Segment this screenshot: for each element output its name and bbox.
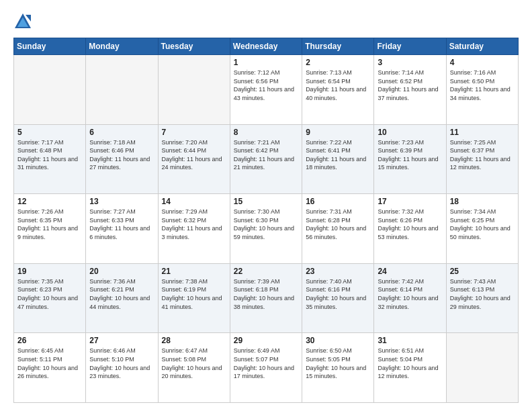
header [13, 12, 519, 31]
calendar-day-header: Tuesday [158, 38, 230, 55]
day-number: 26 [17, 336, 82, 345]
day-info: Sunrise: 7:16 AM Sunset: 6:50 PM Dayligh… [450, 68, 515, 102]
day-number: 25 [450, 267, 515, 276]
calendar-day-header: Friday [374, 38, 446, 55]
logo [13, 12, 35, 31]
day-info: Sunrise: 7:38 AM Sunset: 6:19 PM Dayligh… [162, 277, 226, 311]
calendar-cell [14, 55, 86, 125]
day-number: 16 [306, 197, 370, 206]
day-info: Sunrise: 7:31 AM Sunset: 6:28 PM Dayligh… [306, 208, 370, 241]
day-info: Sunrise: 7:29 AM Sunset: 6:32 PM Dayligh… [162, 208, 226, 241]
calendar-cell: 20Sunrise: 7:36 AM Sunset: 6:21 PM Dayli… [86, 263, 158, 333]
day-info: Sunrise: 7:30 AM Sunset: 6:30 PM Dayligh… [234, 208, 298, 241]
day-info: Sunrise: 6:46 AM Sunset: 5:10 PM Dayligh… [89, 347, 154, 380]
calendar-week-row: 12Sunrise: 7:26 AM Sunset: 6:35 PM Dayli… [14, 194, 519, 264]
calendar-cell: 14Sunrise: 7:29 AM Sunset: 6:32 PM Dayli… [158, 194, 230, 264]
calendar-cell: 4Sunrise: 7:16 AM Sunset: 6:50 PM Daylig… [446, 55, 518, 125]
day-info: Sunrise: 7:12 AM Sunset: 6:56 PM Dayligh… [234, 68, 298, 102]
calendar-cell: 2Sunrise: 7:13 AM Sunset: 6:54 PM Daylig… [302, 55, 374, 125]
calendar-table: SundayMondayTuesdayWednesdayThursdayFrid… [13, 38, 519, 403]
day-number: 3 [378, 58, 442, 67]
day-info: Sunrise: 7:13 AM Sunset: 6:54 PM Dayligh… [306, 68, 370, 102]
calendar-cell: 26Sunrise: 6:45 AM Sunset: 5:11 PM Dayli… [14, 333, 86, 403]
day-info: Sunrise: 7:18 AM Sunset: 6:46 PM Dayligh… [89, 138, 154, 172]
day-number: 1 [234, 58, 298, 67]
calendar-cell: 10Sunrise: 7:23 AM Sunset: 6:39 PM Dayli… [374, 124, 446, 194]
calendar-cell: 9Sunrise: 7:22 AM Sunset: 6:41 PM Daylig… [302, 124, 374, 194]
calendar-cell: 25Sunrise: 7:43 AM Sunset: 6:13 PM Dayli… [446, 263, 518, 333]
calendar-cell: 16Sunrise: 7:31 AM Sunset: 6:28 PM Dayli… [302, 194, 374, 264]
day-number: 8 [234, 128, 298, 137]
day-info: Sunrise: 7:17 AM Sunset: 6:48 PM Dayligh… [17, 138, 82, 172]
calendar-cell: 1Sunrise: 7:12 AM Sunset: 6:56 PM Daylig… [230, 55, 302, 125]
day-info: Sunrise: 6:45 AM Sunset: 5:11 PM Dayligh… [17, 347, 82, 380]
calendar-day-header: Sunday [14, 38, 86, 55]
calendar-cell: 18Sunrise: 7:34 AM Sunset: 6:25 PM Dayli… [446, 194, 518, 264]
day-info: Sunrise: 6:50 AM Sunset: 5:05 PM Dayligh… [306, 347, 370, 380]
calendar-cell: 24Sunrise: 7:42 AM Sunset: 6:14 PM Dayli… [374, 263, 446, 333]
day-number: 9 [306, 128, 370, 137]
calendar-cell: 22Sunrise: 7:39 AM Sunset: 6:18 PM Dayli… [230, 263, 302, 333]
day-info: Sunrise: 7:32 AM Sunset: 6:26 PM Dayligh… [378, 208, 442, 241]
calendar-cell: 15Sunrise: 7:30 AM Sunset: 6:30 PM Dayli… [230, 194, 302, 264]
calendar-day-header: Saturday [446, 38, 518, 55]
day-info: Sunrise: 6:49 AM Sunset: 5:07 PM Dayligh… [234, 347, 298, 380]
day-info: Sunrise: 7:20 AM Sunset: 6:44 PM Dayligh… [162, 138, 226, 172]
day-number: 27 [89, 336, 154, 345]
calendar-week-row: 5Sunrise: 7:17 AM Sunset: 6:48 PM Daylig… [14, 124, 519, 194]
day-number: 15 [234, 197, 298, 206]
calendar-cell [158, 55, 230, 125]
day-info: Sunrise: 7:21 AM Sunset: 6:42 PM Dayligh… [234, 138, 298, 172]
day-number: 2 [306, 58, 370, 67]
logo-icon [13, 12, 32, 31]
day-info: Sunrise: 6:51 AM Sunset: 5:04 PM Dayligh… [378, 347, 442, 380]
day-info: Sunrise: 7:23 AM Sunset: 6:39 PM Dayligh… [378, 138, 442, 172]
day-info: Sunrise: 6:47 AM Sunset: 5:08 PM Dayligh… [162, 347, 226, 380]
day-info: Sunrise: 7:14 AM Sunset: 6:52 PM Dayligh… [378, 68, 442, 102]
calendar-week-row: 26Sunrise: 6:45 AM Sunset: 5:11 PM Dayli… [14, 333, 519, 403]
day-info: Sunrise: 7:36 AM Sunset: 6:21 PM Dayligh… [89, 277, 154, 311]
calendar-cell: 31Sunrise: 6:51 AM Sunset: 5:04 PM Dayli… [374, 333, 446, 403]
day-info: Sunrise: 7:39 AM Sunset: 6:18 PM Dayligh… [234, 277, 298, 311]
day-info: Sunrise: 7:25 AM Sunset: 6:37 PM Dayligh… [450, 138, 515, 172]
day-number: 31 [378, 336, 442, 345]
day-number: 22 [234, 267, 298, 276]
day-number: 23 [306, 267, 370, 276]
day-number: 13 [89, 197, 154, 206]
calendar-cell [86, 55, 158, 125]
calendar-day-header: Thursday [302, 38, 374, 55]
day-number: 18 [450, 197, 515, 206]
day-info: Sunrise: 7:22 AM Sunset: 6:41 PM Dayligh… [306, 138, 370, 172]
calendar-cell: 11Sunrise: 7:25 AM Sunset: 6:37 PM Dayli… [446, 124, 518, 194]
day-number: 30 [306, 336, 370, 345]
day-number: 4 [450, 58, 515, 67]
calendar-cell: 30Sunrise: 6:50 AM Sunset: 5:05 PM Dayli… [302, 333, 374, 403]
day-info: Sunrise: 7:26 AM Sunset: 6:35 PM Dayligh… [17, 208, 82, 241]
day-info: Sunrise: 7:34 AM Sunset: 6:25 PM Dayligh… [450, 208, 515, 241]
day-number: 24 [378, 267, 442, 276]
day-info: Sunrise: 7:35 AM Sunset: 6:23 PM Dayligh… [17, 277, 82, 311]
page: SundayMondayTuesdayWednesdayThursdayFrid… [0, 0, 532, 411]
calendar-cell: 8Sunrise: 7:21 AM Sunset: 6:42 PM Daylig… [230, 124, 302, 194]
day-number: 29 [234, 336, 298, 345]
calendar-cell: 28Sunrise: 6:47 AM Sunset: 5:08 PM Dayli… [158, 333, 230, 403]
day-number: 14 [162, 197, 226, 206]
calendar-cell: 3Sunrise: 7:14 AM Sunset: 6:52 PM Daylig… [374, 55, 446, 125]
calendar-day-header: Wednesday [230, 38, 302, 55]
day-number: 21 [162, 267, 226, 276]
day-number: 28 [162, 336, 226, 345]
day-number: 19 [17, 267, 82, 276]
calendar-week-row: 1Sunrise: 7:12 AM Sunset: 6:56 PM Daylig… [14, 55, 519, 125]
day-info: Sunrise: 7:42 AM Sunset: 6:14 PM Dayligh… [378, 277, 442, 311]
day-number: 17 [378, 197, 442, 206]
day-number: 20 [89, 267, 154, 276]
calendar-day-header: Monday [86, 38, 158, 55]
day-info: Sunrise: 7:27 AM Sunset: 6:33 PM Dayligh… [89, 208, 154, 241]
calendar-cell: 21Sunrise: 7:38 AM Sunset: 6:19 PM Dayli… [158, 263, 230, 333]
day-number: 11 [450, 128, 515, 137]
calendar-cell: 27Sunrise: 6:46 AM Sunset: 5:10 PM Dayli… [86, 333, 158, 403]
calendar-cell: 13Sunrise: 7:27 AM Sunset: 6:33 PM Dayli… [86, 194, 158, 264]
calendar-cell: 6Sunrise: 7:18 AM Sunset: 6:46 PM Daylig… [86, 124, 158, 194]
day-number: 6 [89, 128, 154, 137]
calendar-header-row: SundayMondayTuesdayWednesdayThursdayFrid… [14, 38, 519, 55]
